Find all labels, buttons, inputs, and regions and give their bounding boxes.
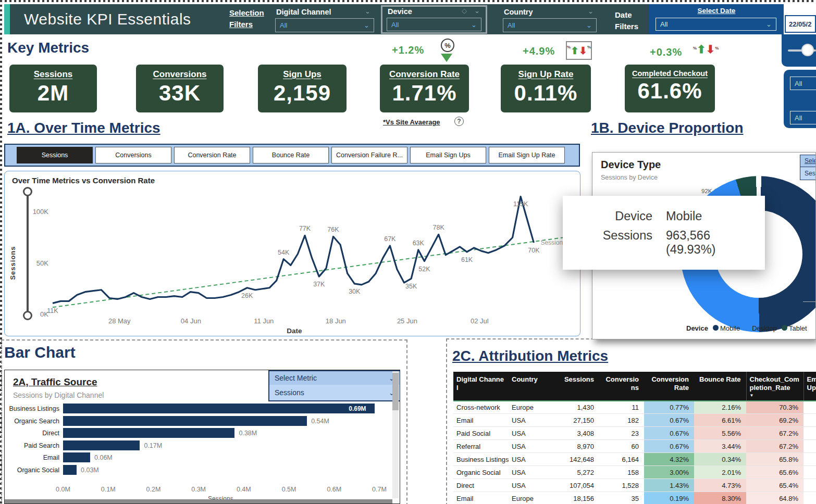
kpi-label: Sessions	[9, 69, 97, 80]
country-value: All	[508, 21, 515, 29]
table-cell: 0.67%	[644, 427, 694, 440]
digital-channel-dropdown[interactable]: All ⌄	[275, 18, 374, 32]
bar[interactable]	[63, 452, 90, 462]
data-label: 11K	[47, 307, 58, 314]
legend-item-mobile[interactable]: Mobile	[713, 324, 740, 332]
tab-bounce-rate[interactable]: Bounce Rate	[253, 147, 329, 163]
side-filter-dropdown-1[interactable]: All	[790, 77, 816, 90]
table-cell: 0.34%	[694, 453, 746, 466]
select-date-dropdown[interactable]: All ⌄	[656, 18, 776, 31]
device-dropdown[interactable]: All ⌄	[387, 18, 481, 31]
select-metric-dropdown[interactable]: Select Metric⌄ Sessions⌄	[268, 370, 400, 401]
bar[interactable]	[63, 465, 77, 475]
table-row[interactable]: Cross-networkEurope1,430110.77%2.16%70.3…	[453, 401, 816, 414]
tab-email-sign-up-rate[interactable]: Email Sign Up Rate	[489, 147, 565, 163]
x-axis-title: Date	[287, 327, 302, 335]
side-filter-value-1: All	[795, 80, 802, 87]
bar-x-axis-tick: 0.1M	[101, 486, 116, 493]
sessions-line	[53, 196, 534, 303]
kpi-card-conversions: Conversions 33K	[136, 65, 224, 112]
select-date-value: All	[660, 20, 667, 28]
bar-x-axis-tick: 0.7M	[372, 486, 387, 493]
kpi-value: 2M	[9, 81, 97, 106]
table-cell: 0.77%	[644, 401, 694, 414]
device-filter-label: Device	[388, 7, 412, 16]
tab-conversions[interactable]: Conversions	[95, 147, 171, 163]
bar-value-label: 0.03M	[81, 467, 99, 474]
legend-item-desktop[interactable]: Desktop	[745, 324, 777, 332]
bar-category-label: Organic Social	[5, 467, 59, 474]
bar[interactable]	[63, 416, 307, 426]
metric-tab-bar: Sessions Conversions Conversion Rate Bou…	[4, 144, 580, 167]
column-header-text: Checkout_Completion_Rate	[750, 375, 799, 392]
kpi-value: 0.11%	[501, 81, 591, 106]
help-icon[interactable]: ?	[454, 117, 464, 126]
bar-value-label: 0.17M	[144, 442, 162, 449]
page-left-selection-border	[0, 0, 2, 504]
side-filter-dropdown-2[interactable]: All	[790, 111, 816, 124]
table-row[interactable]: EmailUSA27,1501820.67%6.61%69.2%	[453, 414, 816, 427]
attribution-table-container: Digital Channel Country Sessions Convers…	[453, 372, 816, 504]
chevron-down-icon[interactable]: ⌄	[365, 8, 370, 15]
bar-x-axis-tick: 0.2M	[146, 486, 161, 493]
data-label: 52K	[418, 266, 430, 273]
tooltip-value: Mobile	[666, 209, 753, 223]
up-down-percent-icon: %⬆⬇%	[693, 43, 719, 56]
table-cell: 1,430	[547, 401, 599, 414]
horizontal-scrollbar[interactable]	[5, 499, 392, 504]
vertical-scrollbar[interactable]	[392, 371, 399, 498]
country-dropdown[interactable]: All ⌄	[503, 18, 597, 32]
date-input[interactable]: 22/05/2	[785, 15, 816, 33]
scrollbar-thumb[interactable]	[392, 373, 399, 410]
tab-email-sign-ups[interactable]: Email Sign Ups	[410, 147, 486, 163]
legend-label: Mobile	[720, 324, 740, 332]
table-row[interactable]: Business ListingsUSA142,6486,1644.32%0.3…	[453, 453, 816, 466]
table-cell: 0.19%	[644, 492, 694, 504]
table-row[interactable]: ReferralUSA8,970600.67%3.44%67.2%	[453, 440, 816, 453]
page-top-selection-border	[0, 0, 816, 2]
legend-item-tablet[interactable]: Tablet	[782, 324, 807, 332]
bar[interactable]	[63, 428, 234, 438]
table-cell	[803, 440, 816, 453]
table-row[interactable]: Organic SocialUSA5,2721583.00%2.01%65.6%	[453, 466, 816, 479]
bar[interactable]	[63, 404, 375, 413]
bar-category-label: Email	[5, 454, 59, 461]
chevron-down-icon[interactable]: ⌄	[588, 8, 594, 15]
column-header-sorted[interactable]: Checkout_Completion_Rate▼	[746, 372, 803, 401]
column-header[interactable]: Country	[509, 372, 547, 401]
tab-sessions[interactable]: Sessions	[17, 147, 93, 163]
column-header[interactable]: Email Sign Ups	[803, 372, 816, 401]
eraser-icon[interactable]: ◇	[462, 7, 467, 14]
data-label: 35K	[405, 283, 417, 290]
column-header[interactable]: Conversion Rate	[644, 372, 694, 401]
data-label: 54K	[278, 249, 290, 256]
column-header[interactable]: Digital Channel	[453, 372, 509, 401]
table-row[interactable]: Paid SocialUSA3,408230.67%5.56%67.2%	[453, 427, 816, 440]
table-row[interactable]: DirectUSA107,0541,5281.43%4.73%65.4%	[453, 479, 816, 492]
table-cell: USA	[509, 466, 547, 479]
kpi-value: 33K	[136, 81, 224, 106]
key-metrics-heading: Key Metrics	[7, 40, 89, 56]
device-metric-slicer-label[interactable]: Select Metric	[800, 155, 816, 167]
column-header[interactable]: Conversions	[599, 372, 644, 401]
tab-conversion-rate[interactable]: Conversion Rate	[174, 147, 250, 163]
column-header[interactable]: Bounce Rate	[694, 372, 746, 401]
kpi-label: Conversions	[136, 69, 224, 80]
kpi-card-completed-checkout: Completed Checkout 61.6%	[625, 65, 715, 112]
chevron-down-icon[interactable]: ⌄	[474, 7, 480, 14]
series-legend-label: Sessions	[540, 239, 566, 246]
tooltip-label: Sessions	[574, 229, 652, 257]
column-header[interactable]: Sessions	[547, 372, 599, 401]
table-header-row: Digital Channel Country Sessions Convers…	[453, 372, 816, 401]
device-metric-slicer-value[interactable]: Sessions	[800, 167, 816, 180]
bar[interactable]	[63, 440, 140, 450]
tab-conversion-failure-rate[interactable]: Conversion Failure R...	[331, 147, 407, 163]
slider-handle[interactable]	[801, 44, 814, 56]
bar-category-label: Business Listings	[5, 405, 59, 412]
select-metric-value: Sessions	[275, 388, 304, 397]
legend-title: Device	[686, 324, 708, 332]
table-cell: 1.43%	[644, 479, 694, 492]
bar-value-label: 0.54M	[311, 418, 329, 425]
table-row[interactable]: EmailEurope18,156350.19%8.30%64.8%	[453, 492, 816, 504]
x-axis-tick: 11 Jun	[254, 317, 274, 325]
